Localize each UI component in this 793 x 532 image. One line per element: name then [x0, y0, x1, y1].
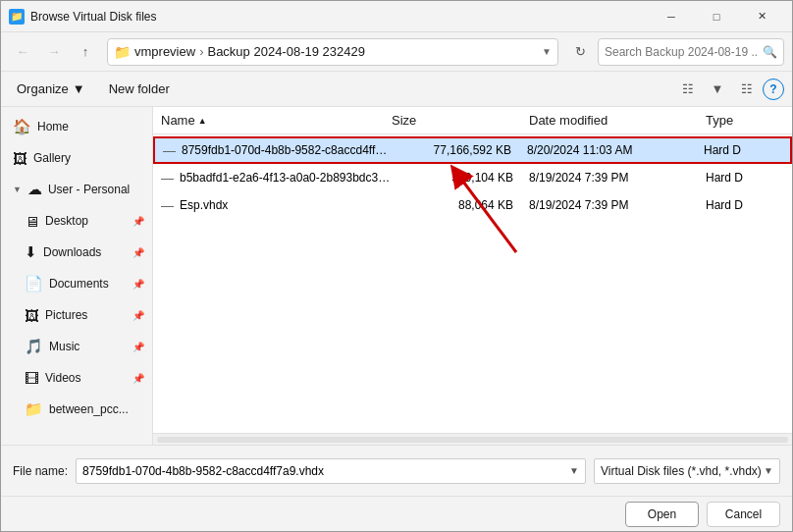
- table-row[interactable]: — 8759fdb1-070d-4b8b-9582-c8accd4ff7a9.v…: [153, 136, 792, 164]
- column-header-size[interactable]: Size: [392, 113, 529, 128]
- filename-input-wrapper: ▼: [76, 458, 586, 484]
- window-title: Browse Virtual Disk files: [30, 10, 649, 24]
- file-list-container: Name ▲ Size Date modified Type: [153, 107, 792, 445]
- desktop-icon: 🖥: [25, 213, 39, 230]
- sidebar-item-pictures[interactable]: 🖼 Pictures 📌: [1, 299, 152, 331]
- dialog-window: 📁 Browse Virtual Disk files ─ □ ✕ ← → ↑ …: [0, 0, 793, 532]
- file-type-icon: —: [163, 143, 176, 158]
- back-button[interactable]: ←: [9, 38, 36, 66]
- filetype-text: Virtual Disk files (*.vhd, *.vhdx): [601, 464, 762, 478]
- filetype-arrow-icon: ▼: [764, 465, 773, 476]
- home-icon: 🏠: [13, 118, 31, 135]
- view-options-button[interactable]: ▼: [704, 76, 731, 103]
- organize-button[interactable]: Organize ▼: [9, 77, 93, 102]
- sidebar-item-gallery[interactable]: 🖼 Gallery: [1, 142, 152, 174]
- search-icon: 🔍: [763, 45, 777, 59]
- scrollbar-track: [157, 437, 788, 443]
- help-button[interactable]: ?: [763, 79, 784, 100]
- minimize-button[interactable]: ─: [649, 1, 694, 32]
- col-date-label: Date modified: [529, 113, 608, 128]
- gallery-icon: 🖼: [13, 150, 27, 167]
- file-size: 77,166,592 KB: [390, 143, 527, 157]
- filename-bar: File name: ▼ Virtual Disk files (*.vhd, …: [1, 445, 792, 496]
- file-name-cell: — 8759fdb1-070d-4b8b-9582-c8accd4ff7a9.v…: [163, 143, 390, 158]
- col-type-label: Type: [706, 113, 733, 128]
- search-input[interactable]: [605, 45, 759, 59]
- new-folder-button[interactable]: New folder: [101, 77, 178, 102]
- file-name-cell: — b5badfd1-e2a6-4f13-a0a0-2b893bdc3976.v…: [161, 171, 392, 186]
- forward-button[interactable]: →: [40, 38, 68, 66]
- pin-icon-pics: 📌: [132, 310, 144, 321]
- column-header-date[interactable]: Date modified: [529, 113, 706, 128]
- open-button[interactable]: Open: [625, 502, 699, 527]
- table-row[interactable]: — Esp.vhdx 88,064 KB 8/19/2024 7:39 PM H…: [153, 191, 792, 219]
- action-buttons: Open Cancel: [1, 496, 792, 531]
- file-type: Hard D: [706, 198, 784, 212]
- filename-label: File name:: [13, 464, 68, 478]
- organize-label: Organize: [17, 81, 69, 96]
- refresh-button[interactable]: ↻: [566, 38, 594, 66]
- file-list-header: Name ▲ Size Date modified Type: [153, 107, 792, 134]
- documents-icon: 📄: [25, 275, 43, 293]
- organize-chevron-icon: ▼: [73, 81, 85, 96]
- music-icon: 🎵: [25, 338, 43, 355]
- file-list: — 8759fdb1-070d-4b8b-9582-c8accd4ff7a9.v…: [153, 134, 792, 221]
- sidebar-item-videos[interactable]: 🎞 Videos 📌: [1, 362, 152, 394]
- file-list-relative: — 8759fdb1-070d-4b8b-9582-c8accd4ff7a9.v…: [153, 134, 792, 433]
- column-header-type[interactable]: Type: [706, 113, 784, 128]
- address-dropdown-icon: ▼: [542, 46, 552, 57]
- title-bar: 📁 Browse Virtual Disk files ─ □ ✕: [1, 1, 792, 32]
- close-button[interactable]: ✕: [739, 1, 784, 32]
- path-segment-2: Backup 2024-08-19 232429: [207, 44, 364, 59]
- file-size: 559,104 KB: [392, 171, 529, 185]
- pin-icon: 📌: [132, 216, 144, 227]
- window-icon: 📁: [9, 9, 25, 25]
- toolbar: ← → ↑ 📁 vmpreview › Backup 2024-08-19 23…: [1, 32, 792, 72]
- col-name-label: Name: [161, 113, 195, 128]
- maximize-button[interactable]: □: [694, 1, 739, 32]
- search-bar[interactable]: 🔍: [598, 38, 784, 66]
- file-date: 8/19/2024 7:39 PM: [529, 171, 706, 185]
- view-large-icon-button[interactable]: ☷: [733, 76, 761, 103]
- col-sort-icon: ▲: [198, 116, 207, 126]
- pin-icon-docs: 📌: [132, 279, 144, 290]
- filename-input[interactable]: [76, 458, 586, 484]
- sidebar-item-music[interactable]: 🎵 Music 📌: [1, 331, 152, 362]
- up-button[interactable]: ↑: [72, 38, 99, 66]
- sidebar-item-documents[interactable]: 📄 Documents 📌: [1, 268, 152, 299]
- sidebar-item-between-pcc[interactable]: 📁 between_pcc...: [1, 394, 152, 425]
- file-type-icon: —: [161, 198, 174, 213]
- pin-icon-videos: 📌: [132, 373, 144, 384]
- path-segment-1: vmpreview: [134, 44, 195, 59]
- folder-icon: 📁: [114, 44, 131, 60]
- col-size-label: Size: [392, 113, 416, 128]
- pictures-icon: 🖼: [25, 307, 39, 324]
- sidebar-item-desktop[interactable]: 🖥 Desktop 📌: [1, 205, 152, 237]
- pin-icon-music: 📌: [132, 342, 144, 352]
- view-details-button[interactable]: ☷: [674, 76, 702, 103]
- sidebar-item-user-personal[interactable]: ▼ ☁ User - Personal: [1, 174, 152, 205]
- file-size: 88,064 KB: [392, 198, 529, 212]
- horizontal-scrollbar[interactable]: [153, 433, 792, 445]
- pin-icon-dl: 📌: [132, 247, 144, 258]
- videos-icon: 🎞: [25, 370, 39, 387]
- window-controls: ─ □ ✕: [649, 1, 784, 32]
- downloads-icon: ⬇: [25, 243, 37, 261]
- command-bar: Organize ▼ New folder ☷ ▼ ☷ ?: [1, 72, 792, 107]
- file-type: Hard D: [704, 143, 782, 157]
- column-header-name[interactable]: Name ▲: [161, 113, 392, 128]
- address-bar[interactable]: 📁 vmpreview › Backup 2024-08-19 232429 ▼: [107, 38, 558, 66]
- address-path: vmpreview › Backup 2024-08-19 232429: [134, 44, 365, 59]
- filename-dropdown-icon[interactable]: ▼: [564, 460, 584, 482]
- file-type: Hard D: [706, 171, 784, 185]
- sidebar-item-downloads[interactable]: ⬇ Downloads 📌: [1, 237, 152, 268]
- expand-arrow-icon: ▼: [13, 185, 22, 194]
- filetype-select[interactable]: Virtual Disk files (*.vhd, *.vhdx) ▼: [594, 458, 780, 484]
- sidebar: 🏠 Home 🖼 Gallery ▼ ☁ User - Personal 🖥 D…: [1, 107, 153, 445]
- file-name: b5badfd1-e2a6-4f13-a0a0-2b893bdc3976.vhd…: [180, 171, 392, 185]
- sidebar-item-home[interactable]: 🏠 Home: [1, 111, 152, 142]
- view-controls: ☷ ▼ ☷ ?: [674, 76, 784, 103]
- cancel-button[interactable]: Cancel: [707, 502, 780, 527]
- file-name-cell: — Esp.vhdx: [161, 198, 392, 213]
- table-row[interactable]: — b5badfd1-e2a6-4f13-a0a0-2b893bdc3976.v…: [153, 164, 792, 191]
